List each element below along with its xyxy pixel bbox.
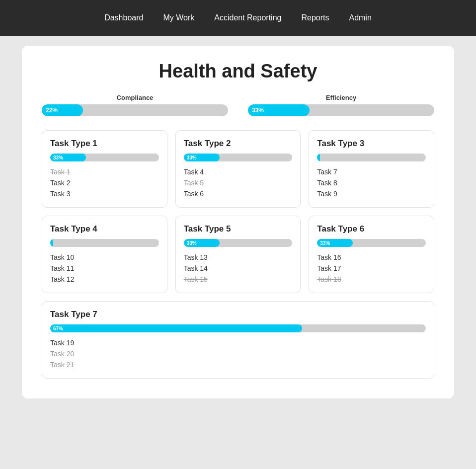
main-nav: Dashboard My Work Accident Reporting Rep… xyxy=(0,0,476,36)
task-type-4-title: Task Type 4 xyxy=(50,224,159,234)
efficiency-label: Efficiency xyxy=(248,94,434,101)
compliance-label: Compliance xyxy=(42,94,228,101)
task-item[interactable]: Task 16 xyxy=(317,252,426,263)
compliance-bar-group: Compliance 22% xyxy=(42,94,228,116)
task-item[interactable]: Task 4 xyxy=(184,166,293,177)
task-item[interactable]: Task 1 xyxy=(50,166,159,177)
task-type-3-title: Task Type 3 xyxy=(317,139,426,149)
task-type-3: Task Type 3Task 7Task 8Task 9 xyxy=(309,130,434,208)
task-item[interactable]: Task 7 xyxy=(317,166,426,177)
task-type-6: Task Type 633%Task 16Task 17Task 18 xyxy=(309,216,434,293)
task-type-2: Task Type 233%Task 4Task 5Task 6 xyxy=(175,130,301,208)
nav-reports[interactable]: Reports xyxy=(301,13,329,22)
nav-mywork[interactable]: My Work xyxy=(163,13,194,22)
task-type-6-title: Task Type 6 xyxy=(317,224,426,234)
task-item[interactable]: Task 19 xyxy=(50,337,426,348)
task-item[interactable]: Task 12 xyxy=(50,274,159,285)
summary-bars: Compliance 22% Efficiency 33% xyxy=(42,94,434,116)
efficiency-track: 33% xyxy=(248,104,434,116)
task-type-4: Task Type 4Task 10Task 11Task 12 xyxy=(42,216,167,293)
task-type-4-bar-fill xyxy=(50,239,53,247)
compliance-fill: 22% xyxy=(42,104,83,116)
task-item[interactable]: Task 18 xyxy=(317,274,426,285)
task-type-1-bar-track: 33% xyxy=(50,154,159,161)
task-item[interactable]: Task 3 xyxy=(50,188,159,199)
task-type-1-bar-fill: 33% xyxy=(50,154,86,161)
task-item[interactable]: Task 15 xyxy=(184,274,293,285)
compliance-track: 22% xyxy=(42,104,228,116)
efficiency-fill: 33% xyxy=(248,104,310,116)
task-item[interactable]: Task 10 xyxy=(50,252,159,263)
task-type-7-bar-track: 67% xyxy=(50,324,426,332)
main-card: Health and Safety Compliance 22% Efficie… xyxy=(22,46,454,398)
task-item[interactable]: Task 21 xyxy=(50,359,426,370)
nav-dashboard[interactable]: Dashboard xyxy=(104,13,143,22)
task-type-1-title: Task Type 1 xyxy=(50,139,159,149)
task-card-wide: Task Type 767%Task 19Task 20Task 21 xyxy=(42,301,434,379)
task-type-6-bar-track: 33% xyxy=(317,239,426,247)
task-type-2-title: Task Type 2 xyxy=(184,139,293,149)
task-type-3-bar-track xyxy=(317,154,426,161)
compliance-percent: 22% xyxy=(46,107,58,114)
task-type-2-bar-fill: 33% xyxy=(184,154,220,161)
task-grid: Task Type 133%Task 1Task 2Task 3Task Typ… xyxy=(42,130,434,293)
nav-admin[interactable]: Admin xyxy=(349,13,371,22)
nav-accident-reporting[interactable]: Accident Reporting xyxy=(214,13,281,22)
task-type-5-bar-track: 33% xyxy=(184,239,293,247)
task-item[interactable]: Task 17 xyxy=(317,263,426,274)
task-item[interactable]: Task 5 xyxy=(184,177,293,188)
task-type-7-title: Task Type 7 xyxy=(50,310,426,319)
task-item[interactable]: Task 14 xyxy=(184,263,293,274)
task-item[interactable]: Task 2 xyxy=(50,177,159,188)
task-item[interactable]: Task 11 xyxy=(50,263,159,274)
efficiency-bar-group: Efficiency 33% xyxy=(248,94,434,116)
task-item[interactable]: Task 20 xyxy=(50,348,426,359)
task-type-3-bar-fill xyxy=(317,154,320,161)
task-type-2-bar-track: 33% xyxy=(184,154,293,161)
task-type-7-bar-fill: 67% xyxy=(50,324,302,332)
task-type-6-bar-fill: 33% xyxy=(317,239,353,247)
task-item[interactable]: Task 9 xyxy=(317,188,426,199)
efficiency-percent: 33% xyxy=(252,107,264,114)
task-type-5-title: Task Type 5 xyxy=(184,224,293,234)
task-type-5-bar-fill: 33% xyxy=(184,239,220,247)
task-item[interactable]: Task 8 xyxy=(317,177,426,188)
task-item[interactable]: Task 13 xyxy=(184,252,293,263)
task-type-1: Task Type 133%Task 1Task 2Task 3 xyxy=(42,130,167,208)
page-title: Health and Safety xyxy=(42,61,434,82)
task-type-4-bar-track xyxy=(50,239,159,247)
task-type-5: Task Type 533%Task 13Task 14Task 15 xyxy=(175,216,301,293)
task-item[interactable]: Task 6 xyxy=(184,188,293,199)
